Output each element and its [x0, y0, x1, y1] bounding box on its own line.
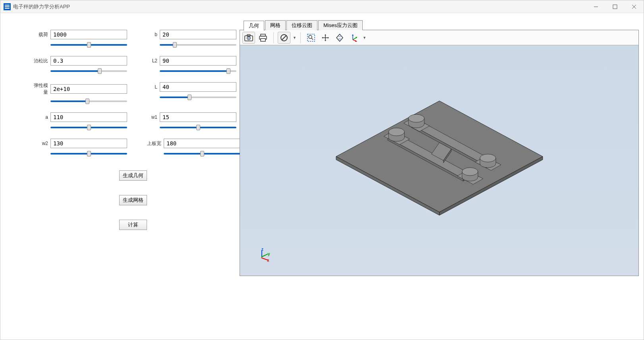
tab-mises[interactable]: Mises应力云图 [318, 20, 363, 30]
param-slider-load[interactable] [50, 44, 127, 46]
param-label-a: a [34, 114, 50, 120]
svg-line-15 [282, 35, 286, 40]
viewer-panel: 几何 网格 位移云图 Mises应力云图 ▼ [240, 20, 639, 335]
param-input-w2[interactable] [50, 139, 127, 148]
param-slider-w2[interactable] [50, 153, 127, 155]
param-slider-b[interactable] [160, 44, 236, 46]
param-slider-poisson[interactable] [50, 70, 127, 72]
param-input-poisson[interactable] [50, 56, 127, 66]
content-area: 载荷 b 泊松比 [0, 13, 644, 340]
svg-rect-13 [261, 39, 265, 41]
param-input-plate-width[interactable] [164, 139, 240, 148]
param-slider-l2[interactable] [160, 70, 236, 72]
app-icon [4, 3, 11, 10]
pan-button[interactable] [319, 32, 332, 44]
toolbar-separator [300, 32, 301, 43]
title-bar: 电子秤的静力学分析APP [0, 0, 644, 13]
viewer-tabs: 几何 网格 位移云图 Mises应力云图 [240, 20, 639, 30]
param-slider-a[interactable] [50, 127, 127, 128]
compute-button[interactable]: 计算 [119, 220, 147, 230]
generate-geometry-button[interactable]: 生成几何 [119, 170, 147, 181]
svg-point-48 [408, 114, 424, 122]
chevron-down-icon[interactable]: ▼ [363, 36, 366, 40]
generate-mesh-button[interactable]: 生成网格 [119, 195, 147, 205]
forbid-button[interactable] [278, 32, 290, 44]
window-controls [586, 0, 644, 13]
param-label-load: 载荷 [34, 31, 50, 38]
3d-viewport[interactable]: z y x [240, 45, 638, 276]
svg-point-58 [480, 154, 496, 162]
svg-point-17 [309, 35, 312, 39]
maximize-button[interactable] [605, 0, 625, 13]
param-input-b[interactable] [160, 30, 236, 39]
viewer-frame: ▼ [240, 30, 639, 276]
svg-line-18 [311, 38, 313, 40]
param-input-w1[interactable] [160, 112, 236, 122]
param-input-l2[interactable] [160, 56, 236, 66]
param-label-poisson: 泊松比 [34, 58, 50, 64]
tab-mesh[interactable]: 网格 [265, 20, 286, 30]
svg-rect-8 [247, 35, 250, 36]
param-label-w1: w1 [143, 114, 160, 120]
axes-orientation-button[interactable] [348, 32, 360, 44]
app-window: 电子秤的静力学分析APP 载荷 b [0, 0, 644, 340]
action-buttons: 生成几何 生成网格 计算 [119, 170, 228, 230]
tab-geometry[interactable]: 几何 [244, 21, 264, 31]
svg-rect-2 [5, 8, 10, 9]
parameters-panel: 载荷 b 泊松比 [5, 18, 240, 335]
viewer-toolbar: ▼ [240, 30, 638, 45]
axis-label-y: y [268, 252, 270, 256]
param-label-plate-width: 上板宽 [143, 140, 164, 147]
print-button[interactable] [257, 32, 269, 44]
axis-label-z: z [261, 247, 263, 251]
axis-gizmo: z y x [256, 248, 272, 264]
minimize-button[interactable] [586, 0, 605, 13]
param-slider-w1[interactable] [160, 127, 236, 128]
axis-label-x: x [267, 258, 269, 263]
param-label-l2: L2 [143, 58, 160, 64]
param-label-w2: w2 [34, 141, 50, 146]
param-input-emod[interactable] [50, 84, 127, 94]
param-slider-plate-width[interactable] [164, 153, 240, 155]
param-label-b: b [143, 32, 160, 37]
param-label-l: L [143, 84, 160, 90]
chevron-down-icon[interactable]: ▼ [293, 36, 296, 40]
geometry-model [328, 89, 551, 232]
param-input-a[interactable] [50, 112, 127, 122]
param-input-l[interactable] [160, 82, 236, 92]
param-label-emod: 弹性模量 [34, 82, 50, 96]
tab-displacement[interactable]: 位移云图 [286, 20, 317, 30]
close-button[interactable] [625, 0, 644, 13]
param-slider-emod[interactable] [50, 100, 127, 102]
svg-point-53 [462, 168, 478, 176]
fit-view-button[interactable] [333, 32, 346, 44]
svg-rect-4 [613, 5, 617, 9]
screenshot-button[interactable] [242, 32, 255, 44]
svg-point-10 [248, 37, 249, 39]
zoom-box-button[interactable] [305, 32, 317, 44]
param-slider-l[interactable] [160, 97, 236, 98]
svg-rect-1 [5, 6, 10, 7]
svg-rect-0 [5, 5, 10, 6]
toolbar-separator [273, 32, 274, 43]
param-input-load[interactable] [50, 30, 127, 39]
window-title: 电子秤的静力学分析APP [13, 3, 586, 10]
svg-point-43 [389, 128, 404, 136]
